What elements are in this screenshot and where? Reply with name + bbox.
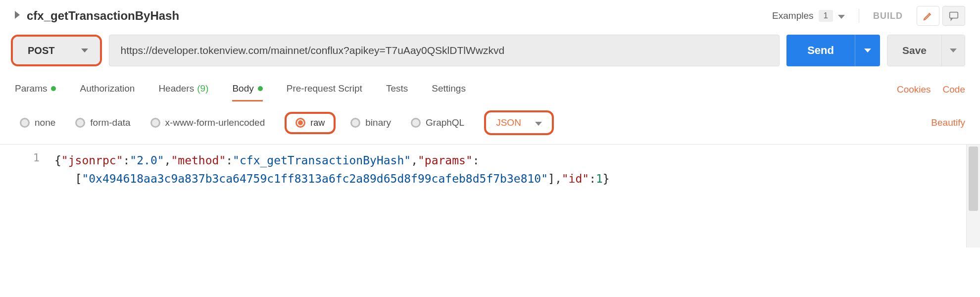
send-button[interactable]: Send: [786, 35, 855, 66]
caret-down-icon: [838, 10, 845, 21]
build-label: BUILD: [873, 11, 903, 21]
comment-icon: [948, 10, 959, 21]
radio-icon: [20, 118, 30, 128]
active-dot-icon: [258, 86, 263, 91]
tab-prerequest[interactable]: Pre-request Script: [287, 78, 362, 101]
cookies-link[interactable]: Cookies: [897, 84, 931, 95]
body-format-selector[interactable]: JSON: [484, 110, 554, 135]
comment-button[interactable]: [942, 6, 965, 26]
scrollbar-thumb[interactable]: [969, 147, 978, 211]
tab-params[interactable]: Params: [15, 78, 56, 101]
caret-down-icon: [69, 37, 100, 64]
body-type-graphql[interactable]: GraphQL: [411, 117, 464, 128]
caret-down-icon: [535, 117, 542, 128]
radio-icon: [150, 118, 160, 128]
http-method-selector[interactable]: POST: [11, 35, 102, 66]
http-method-label: POST: [13, 37, 69, 64]
headers-count: (9): [197, 83, 208, 94]
svg-rect-0: [950, 12, 958, 18]
url-text: https://developer.tokenview.com/mainnet/…: [120, 45, 504, 56]
radio-icon: [75, 118, 85, 128]
body-type-form-data[interactable]: form-data: [75, 117, 130, 128]
divider: [859, 9, 859, 23]
beautify-link[interactable]: Beautify: [931, 117, 965, 128]
request-body-editor[interactable]: {"jsonrpc":"2.0","method":"cfx_getTransa…: [54, 145, 966, 248]
collapse-icon[interactable]: [15, 11, 20, 21]
examples-count: 1: [819, 10, 833, 22]
line-gutter: 1: [0, 145, 54, 248]
examples-dropdown[interactable]: Examples 1: [772, 10, 845, 22]
tab-body[interactable]: Body: [232, 78, 262, 101]
save-dropdown[interactable]: [941, 35, 965, 66]
tab-authorization[interactable]: Authorization: [80, 78, 135, 101]
radio-icon: [350, 118, 360, 128]
code-link[interactable]: Code: [943, 84, 965, 95]
examples-label: Examples: [772, 10, 813, 21]
save-button[interactable]: Save: [887, 35, 941, 66]
tab-settings[interactable]: Settings: [432, 78, 466, 101]
tab-tests[interactable]: Tests: [386, 78, 408, 101]
radio-selected-icon: [295, 118, 305, 128]
pencil-icon: [923, 10, 933, 21]
send-dropdown[interactable]: [855, 35, 880, 66]
tab-headers[interactable]: Headers(9): [158, 78, 208, 101]
active-dot-icon: [51, 86, 56, 91]
body-type-none[interactable]: none: [20, 117, 55, 128]
radio-icon: [411, 118, 421, 128]
body-type-raw[interactable]: raw: [285, 112, 336, 134]
scrollbar[interactable]: [966, 145, 980, 248]
body-type-urlencoded[interactable]: x-www-form-urlencoded: [150, 117, 265, 128]
request-title: cfx_getTransactionByHash: [27, 9, 179, 23]
url-input[interactable]: https://developer.tokenview.com/mainnet/…: [109, 35, 780, 66]
body-type-binary[interactable]: binary: [350, 117, 391, 128]
edit-button[interactable]: [917, 6, 939, 26]
